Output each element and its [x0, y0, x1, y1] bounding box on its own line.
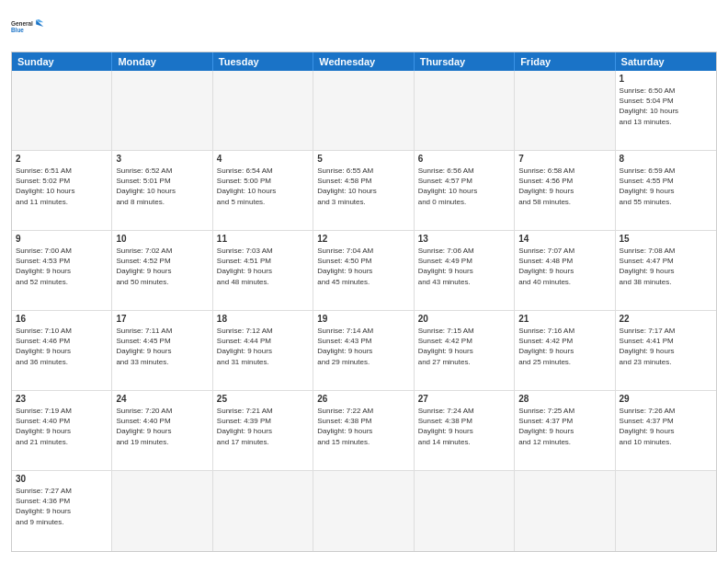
cell-info: Sunrise: 6:50 AM Sunset: 5:04 PM Dayligh… [620, 86, 712, 127]
day-number: 10 [116, 234, 208, 244]
calendar-cell: 12Sunrise: 7:04 AM Sunset: 4:50 PM Dayli… [313, 231, 414, 311]
header-monday: Monday [112, 52, 212, 71]
day-number: 14 [518, 234, 610, 244]
cell-info: Sunrise: 7:27 AM Sunset: 4:36 PM Dayligh… [16, 486, 108, 527]
day-number: 2 [16, 154, 108, 164]
day-number: 11 [217, 234, 309, 244]
cell-info: Sunrise: 7:16 AM Sunset: 4:42 PM Dayligh… [518, 326, 610, 367]
cell-info: Sunrise: 7:00 AM Sunset: 4:53 PM Dayligh… [16, 246, 108, 287]
cell-info: Sunrise: 6:54 AM Sunset: 5:00 PM Dayligh… [217, 166, 309, 207]
cell-info: Sunrise: 7:15 AM Sunset: 4:42 PM Dayligh… [418, 326, 510, 367]
cell-info: Sunrise: 6:56 AM Sunset: 4:57 PM Dayligh… [418, 166, 510, 207]
cell-info: Sunrise: 7:20 AM Sunset: 4:40 PM Dayligh… [116, 406, 208, 447]
logo: GeneralBlue [11, 11, 44, 44]
cell-info: Sunrise: 7:06 AM Sunset: 4:49 PM Dayligh… [418, 246, 510, 287]
page: GeneralBlue Sunday Monday Tuesday Wednes… [0, 0, 728, 563]
logo-icon: GeneralBlue [11, 11, 44, 44]
cell-info: Sunrise: 7:26 AM Sunset: 4:37 PM Dayligh… [620, 406, 712, 447]
cell-info: Sunrise: 7:10 AM Sunset: 4:46 PM Dayligh… [16, 326, 108, 367]
calendar-cell: 15Sunrise: 7:08 AM Sunset: 4:47 PM Dayli… [616, 231, 716, 311]
day-number: 1 [620, 74, 712, 84]
calendar-cell: 26Sunrise: 7:22 AM Sunset: 4:38 PM Dayli… [313, 391, 414, 471]
cell-info: Sunrise: 7:21 AM Sunset: 4:39 PM Dayligh… [217, 406, 309, 447]
calendar-cell: 22Sunrise: 7:17 AM Sunset: 4:41 PM Dayli… [616, 311, 716, 391]
cell-info: Sunrise: 7:24 AM Sunset: 4:38 PM Dayligh… [418, 406, 510, 447]
calendar-cell: 19Sunrise: 7:14 AM Sunset: 4:43 PM Dayli… [313, 311, 414, 391]
header-tuesday: Tuesday [213, 52, 313, 71]
cell-info: Sunrise: 6:55 AM Sunset: 4:58 PM Dayligh… [317, 166, 409, 207]
cell-info: Sunrise: 7:19 AM Sunset: 4:40 PM Dayligh… [16, 406, 108, 447]
header-saturday: Saturday [616, 52, 716, 71]
day-number: 27 [418, 394, 510, 404]
calendar: Sunday Monday Tuesday Wednesday Thursday… [11, 52, 717, 552]
cell-info: Sunrise: 7:25 AM Sunset: 4:37 PM Dayligh… [518, 406, 610, 447]
calendar-cell: 24Sunrise: 7:20 AM Sunset: 4:40 PM Dayli… [112, 391, 212, 471]
calendar-cell [313, 71, 414, 151]
calendar-cell: 6Sunrise: 6:56 AM Sunset: 4:57 PM Daylig… [415, 151, 515, 231]
calendar-cell: 5Sunrise: 6:55 AM Sunset: 4:58 PM Daylig… [313, 151, 414, 231]
day-number: 25 [217, 394, 309, 404]
cell-info: Sunrise: 7:02 AM Sunset: 4:52 PM Dayligh… [116, 246, 208, 287]
calendar-cell: 11Sunrise: 7:03 AM Sunset: 4:51 PM Dayli… [213, 231, 313, 311]
day-number: 19 [317, 314, 409, 324]
day-number: 5 [317, 154, 409, 164]
calendar-cell [415, 471, 515, 551]
svg-text:Blue: Blue [11, 27, 24, 33]
cell-info: Sunrise: 7:11 AM Sunset: 4:45 PM Dayligh… [116, 326, 208, 367]
cell-info: Sunrise: 6:52 AM Sunset: 5:01 PM Dayligh… [116, 166, 208, 207]
day-number: 18 [217, 314, 309, 324]
calendar-cell: 2Sunrise: 6:51 AM Sunset: 5:02 PM Daylig… [12, 151, 112, 231]
day-number: 13 [418, 234, 510, 244]
cell-info: Sunrise: 6:58 AM Sunset: 4:56 PM Dayligh… [518, 166, 610, 207]
header-friday: Friday [515, 52, 615, 71]
day-number: 7 [518, 154, 610, 164]
cell-info: Sunrise: 7:07 AM Sunset: 4:48 PM Dayligh… [518, 246, 610, 287]
calendar-cell: 13Sunrise: 7:06 AM Sunset: 4:49 PM Dayli… [415, 231, 515, 311]
header-sunday: Sunday [12, 52, 112, 71]
calendar-cell [515, 71, 615, 151]
calendar-cell: 1Sunrise: 6:50 AM Sunset: 5:04 PM Daylig… [616, 71, 716, 151]
day-number: 12 [317, 234, 409, 244]
cell-info: Sunrise: 7:08 AM Sunset: 4:47 PM Dayligh… [620, 246, 712, 287]
cell-info: Sunrise: 6:51 AM Sunset: 5:02 PM Dayligh… [16, 166, 108, 207]
calendar-cell: 23Sunrise: 7:19 AM Sunset: 4:40 PM Dayli… [12, 391, 112, 471]
calendar-cell: 16Sunrise: 7:10 AM Sunset: 4:46 PM Dayli… [12, 311, 112, 391]
day-number: 29 [620, 394, 712, 404]
day-number: 9 [16, 234, 108, 244]
header-wednesday: Wednesday [313, 52, 414, 71]
calendar-cell: 20Sunrise: 7:15 AM Sunset: 4:42 PM Dayli… [415, 311, 515, 391]
calendar-cell [313, 471, 414, 551]
calendar-cell [213, 71, 313, 151]
cell-info: Sunrise: 6:59 AM Sunset: 4:55 PM Dayligh… [620, 166, 712, 207]
calendar-cell: 7Sunrise: 6:58 AM Sunset: 4:56 PM Daylig… [515, 151, 615, 231]
calendar-cell: 14Sunrise: 7:07 AM Sunset: 4:48 PM Dayli… [515, 231, 615, 311]
calendar-cell: 21Sunrise: 7:16 AM Sunset: 4:42 PM Dayli… [515, 311, 615, 391]
cell-info: Sunrise: 7:14 AM Sunset: 4:43 PM Dayligh… [317, 326, 409, 367]
calendar-header: Sunday Monday Tuesday Wednesday Thursday… [12, 52, 716, 71]
calendar-cell: 3Sunrise: 6:52 AM Sunset: 5:01 PM Daylig… [112, 151, 212, 231]
day-number: 23 [16, 394, 108, 404]
calendar-cell: 25Sunrise: 7:21 AM Sunset: 4:39 PM Dayli… [213, 391, 313, 471]
cell-info: Sunrise: 7:04 AM Sunset: 4:50 PM Dayligh… [317, 246, 409, 287]
day-number: 20 [418, 314, 510, 324]
calendar-cell: 18Sunrise: 7:12 AM Sunset: 4:44 PM Dayli… [213, 311, 313, 391]
calendar-cell: 30Sunrise: 7:27 AM Sunset: 4:36 PM Dayli… [12, 471, 112, 551]
day-number: 17 [116, 314, 208, 324]
cell-info: Sunrise: 7:17 AM Sunset: 4:41 PM Dayligh… [620, 326, 712, 367]
day-number: 21 [518, 314, 610, 324]
day-number: 26 [317, 394, 409, 404]
cell-info: Sunrise: 7:03 AM Sunset: 4:51 PM Dayligh… [217, 246, 309, 287]
day-number: 30 [16, 474, 108, 484]
day-number: 8 [620, 154, 712, 164]
day-number: 3 [116, 154, 208, 164]
cell-info: Sunrise: 7:22 AM Sunset: 4:38 PM Dayligh… [317, 406, 409, 447]
svg-text:General: General [11, 20, 33, 27]
calendar-cell: 10Sunrise: 7:02 AM Sunset: 4:52 PM Dayli… [112, 231, 212, 311]
day-number: 4 [217, 154, 309, 164]
calendar-cell [515, 471, 615, 551]
header: GeneralBlue [11, 11, 717, 44]
cell-info: Sunrise: 7:12 AM Sunset: 4:44 PM Dayligh… [217, 326, 309, 367]
calendar-cell: 4Sunrise: 6:54 AM Sunset: 5:00 PM Daylig… [213, 151, 313, 231]
calendar-cell [112, 71, 212, 151]
calendar-cell [112, 471, 212, 551]
